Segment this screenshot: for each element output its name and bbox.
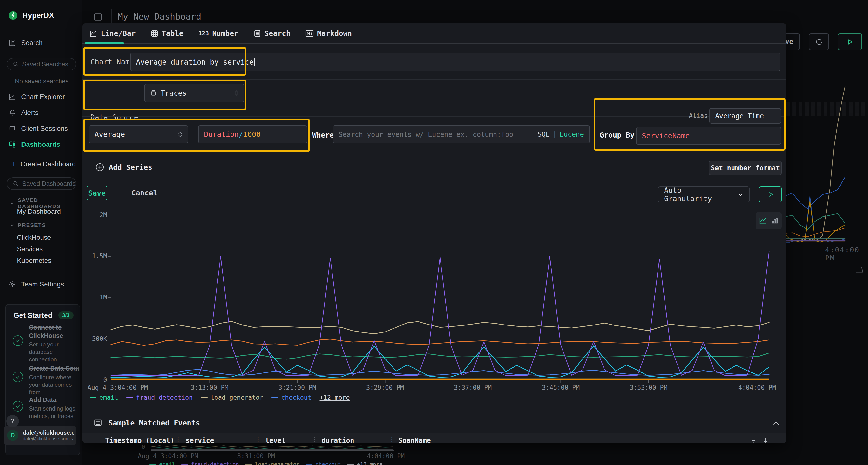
cancel-button[interactable]: Cancel [131,189,157,197]
no-saved-searches-text: No saved searches [15,77,69,85]
logo[interactable]: HyperDX [8,10,54,21]
legend-dash [90,397,96,398]
y-tick: 500K [90,335,107,342]
bell-icon [9,109,16,117]
sidebar-item-team-settings[interactable]: Team Settings [0,277,83,291]
field-formula-input[interactable]: Duration/1000 [198,125,307,143]
get-started-badge: 3/3 [58,311,73,320]
x-tick: 3:45:00 PM [542,384,580,391]
sample-events-header[interactable]: Sample Matched Events [94,419,200,427]
get-started-item[interactable]: Connect to ClickHouse Set up your databa… [29,323,79,363]
get-started-item[interactable]: Create Data Source Configure where your … [29,364,79,396]
background-right-chart [785,79,868,248]
sidebar-item-label: Dashboards [21,141,60,148]
sidebar-link-clickhouse[interactable]: ClickHouse [17,234,51,241]
sidebar-item-alerts[interactable]: Alerts [0,106,83,120]
play-icon [846,38,854,45]
tab-number[interactable]: 123 Number [198,29,239,38]
play-icon [767,191,774,198]
y-tick: 0 [90,376,107,384]
sidebar-collapse-icon[interactable] [93,12,103,23]
run-query-button[interactable] [838,33,862,50]
column-separator[interactable]: ⋮ [311,436,318,443]
alias-input[interactable]: Average Time [709,108,781,124]
bottom-x-tick: 3:31:00 PM [237,453,275,460]
sidebar-item-search[interactable]: Search [0,36,83,49]
granularity-select[interactable]: Auto Granularity [658,187,750,202]
dashboards-grid-icon [9,141,16,148]
column-separator[interactable]: ⋮ [389,436,395,443]
sidebar-item-chart-explorer[interactable]: Chart Explorer [0,90,83,104]
section-divider [83,411,786,411]
sidebar-item-label: Alerts [21,109,38,117]
column-separator[interactable]: ⋮ [175,436,181,443]
tab-table[interactable]: Table [151,29,184,38]
download-arrow-icon[interactable] [762,437,769,443]
legend-item-load-generator[interactable]: load-generator [201,394,263,401]
check-circle-icon [12,371,23,382]
group-by-input[interactable]: ServiceName [636,127,781,144]
plus-icon: + [11,160,16,168]
column-header-service[interactable]: service [186,437,214,443]
bottom-legend-item: +12 more [347,461,382,465]
save-button[interactable]: Save [87,186,107,200]
add-series-button[interactable]: Add Series [95,163,152,172]
sidebar-link-my-dashboard[interactable]: My Dashboard [17,208,61,215]
tab-search[interactable]: Search [253,29,290,38]
user-chip[interactable]: D dale@clickhouse.c dale@clickhouse.com'… [4,426,76,445]
data-source-select[interactable]: Traces [144,84,245,102]
column-separator[interactable]: ⋮ [255,436,261,443]
saved-dashboards-placeholder: Saved Dashboards [22,180,75,188]
refresh-icon [815,38,823,46]
tab-line-bar[interactable]: Line/Bar [90,29,136,38]
tab-markdown[interactable]: Markdown [306,29,352,38]
chart-name-input[interactable]: Average duration by service [130,53,780,71]
filter-lines-icon[interactable] [750,437,757,443]
bottom-legend-item: checkout [306,461,341,465]
column-header-duration[interactable]: duration [322,437,354,443]
section-presets[interactable]: PRESETS [10,222,46,228]
user-email: dale@clickhouse.c [23,429,74,436]
where-search-input[interactable]: SQL | Lucene [333,125,590,143]
run-chart-button[interactable] [759,187,782,202]
legend-label: fraud-detection [191,461,239,465]
bar-chart-toggle-icon[interactable] [771,217,778,224]
legend-item-checkout[interactable]: checkout [272,394,311,401]
sidebar-link-kubernetes[interactable]: Kubernetes [17,257,51,265]
set-number-format-button[interactable]: Set number format [709,161,782,175]
refresh-button[interactable] [809,33,829,50]
legend-item-fraud-detection[interactable]: fraud-detection [126,394,193,401]
aggregation-select[interactable]: Average [89,125,188,143]
legend-item--12-more[interactable]: +12 more [319,394,350,401]
sidebar-link-services[interactable]: Services [17,245,43,253]
search-icon [12,180,19,187]
sidebar-item-dashboards[interactable]: Dashboards [0,138,83,151]
help-button[interactable]: ? [6,415,19,427]
page-title: My New Dashboard [118,11,201,22]
column-header-timestamp-local-[interactable]: Timestamp (Local) [105,437,174,443]
main-line-chart [106,213,772,385]
saved-dashboards-input[interactable]: Saved Dashboards [7,177,76,190]
bottom-legend-item: load-generator [245,461,300,465]
column-header-level[interactable]: level [265,437,285,443]
legend-label: fraud-detection [136,394,193,401]
chart-editor-modal: Line/Bar Table 123 Number Search Markdow… [83,23,786,443]
section-divider [83,116,786,117]
resize-handle-icon[interactable] [855,265,864,273]
query-language-toggle[interactable]: SQL | Lucene [537,130,584,138]
number-123-icon: 123 [198,30,209,37]
markdown-icon [306,30,314,37]
legend-item-email[interactable]: email [90,394,118,401]
get-started-title: Get Started [13,311,53,320]
user-team: dale@clickhouse.com's [23,436,74,442]
column-header-spanname[interactable]: SpanName [398,437,431,443]
collapse-chevron-icon[interactable] [773,421,780,426]
create-dashboard-button[interactable]: + Create Dashboard [11,160,76,168]
where-input-field[interactable] [339,130,537,138]
x-tick: 3:13:00 PM [191,384,228,391]
sidebar-item-client-sessions[interactable]: Client Sessions [0,122,83,135]
get-started-item[interactable]: Add Data Start sending logs, metrics, or… [29,396,79,420]
saved-searches-placeholder: Saved Searches [22,61,68,68]
saved-searches-input[interactable]: Saved Searches [7,58,76,70]
legend-dash [181,464,188,465]
